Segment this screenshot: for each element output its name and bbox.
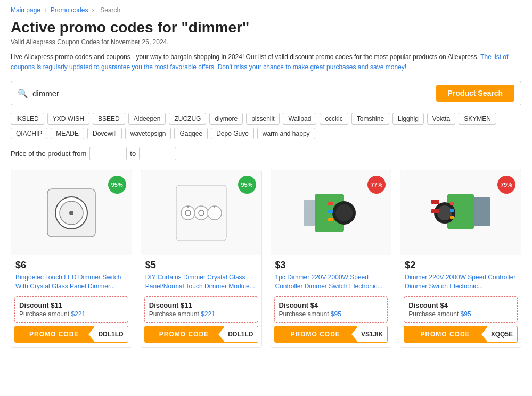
product-title[interactable]: Bingoelec Touch LED Dimmer Switch With C… bbox=[15, 273, 127, 292]
product-image-wrap: 77% bbox=[271, 170, 391, 255]
coupon-box: Discount $4 Purchase amount $95 bbox=[274, 296, 388, 323]
coupon-box: Discount $11 Purchase amount $221 bbox=[14, 296, 128, 323]
product-price: $6 bbox=[15, 260, 127, 271]
tag-item[interactable]: Gaqqee bbox=[174, 128, 208, 139]
tag-item[interactable]: Wallpad bbox=[283, 113, 316, 125]
breadcrumb-promo[interactable]: Promo codes bbox=[51, 6, 88, 14]
promo-button-wrap: PROMO CODE DDL1LD bbox=[144, 326, 258, 343]
promo-code: DDL1LD bbox=[94, 326, 128, 343]
discount-label: Discount $11 bbox=[19, 301, 124, 309]
promo-code: DDL1LD bbox=[224, 326, 258, 343]
price-to-label: to bbox=[130, 150, 136, 158]
product-title[interactable]: Dimmer 220V 2000W Speed Controller Dimme… bbox=[405, 273, 517, 292]
svg-rect-13 bbox=[304, 200, 315, 226]
tag-item[interactable]: BSEED bbox=[93, 113, 125, 125]
promo-button-wrap: PROMO CODE VS1JIK bbox=[274, 326, 388, 343]
promo-button[interactable]: PROMO CODE bbox=[274, 326, 357, 343]
tag-item[interactable]: diymore bbox=[209, 113, 243, 125]
search-input[interactable] bbox=[32, 89, 436, 98]
price-filter-label: Price of the product from bbox=[11, 150, 86, 158]
purchase-label: Purchase amount $95 bbox=[279, 310, 383, 318]
product-title[interactable]: DIY Curtains Dimmer Crystal Glass Panel/… bbox=[145, 273, 257, 292]
product-image-wrap: 95% bbox=[11, 170, 132, 255]
svg-point-15 bbox=[335, 204, 353, 221]
discount-badge: 79% bbox=[497, 176, 515, 194]
discount-badge: 95% bbox=[108, 176, 126, 194]
price-from-input[interactable] bbox=[89, 147, 127, 160]
breadcrumb-home[interactable]: Main page bbox=[11, 6, 40, 14]
product-title[interactable]: 1pc Dimmer 220V 2000W Speed Controller D… bbox=[275, 273, 387, 292]
purchase-label: Purchase amount $221 bbox=[19, 310, 124, 318]
breadcrumb-current: Search bbox=[100, 6, 120, 14]
tag-item[interactable]: ZUCZUG bbox=[169, 113, 206, 125]
product-price: $2 bbox=[405, 260, 517, 271]
product-image-wrap: 95% bbox=[141, 170, 261, 255]
promo-button-wrap: PROMO CODE XQQ5E bbox=[404, 326, 518, 343]
discount-badge: 77% bbox=[367, 176, 386, 194]
svg-rect-18 bbox=[328, 218, 333, 221]
svg-point-22 bbox=[437, 205, 452, 220]
purchase-amount: $221 bbox=[71, 310, 85, 318]
tag-item[interactable]: MEADE bbox=[51, 128, 84, 139]
discount-label: Discount $11 bbox=[149, 301, 253, 309]
promo-button[interactable]: PROMO CODE bbox=[404, 326, 486, 343]
tags-container: IKSLEDYXD WISHBSEEDAideepenZUCZUGdiymore… bbox=[11, 113, 521, 139]
product-info: $6 Bingoelec Touch LED Dimmer Switch Wit… bbox=[11, 255, 132, 296]
tag-item[interactable]: YXD WISH bbox=[47, 113, 89, 125]
svg-rect-25 bbox=[450, 216, 454, 219]
promo-button[interactable]: PROMO CODE bbox=[144, 326, 224, 343]
product-price: $5 bbox=[145, 260, 257, 271]
coupon-box: Discount $11 Purchase amount $221 bbox=[144, 296, 258, 323]
product-info: $5 DIY Curtains Dimmer Crystal Glass Pan… bbox=[141, 255, 261, 296]
purchase-amount: $95 bbox=[461, 310, 471, 318]
svg-point-10 bbox=[208, 206, 222, 220]
tag-item[interactable]: SKYMEN bbox=[459, 113, 496, 125]
tag-item[interactable]: IKSLED bbox=[11, 113, 44, 125]
promo-code: VS1JIK bbox=[357, 326, 388, 343]
svg-rect-17 bbox=[328, 210, 333, 213]
tag-item[interactable]: QIACHIP bbox=[11, 128, 47, 139]
tag-item[interactable]: Dovewill bbox=[87, 128, 122, 139]
tag-item[interactable]: Voktta bbox=[427, 113, 455, 125]
promo-code: XQQ5E bbox=[487, 326, 518, 343]
tag-item[interactable]: wavetopsign bbox=[125, 128, 171, 139]
svg-point-5 bbox=[181, 206, 195, 220]
product-info: $3 1pc Dimmer 220V 2000W Speed Controlle… bbox=[271, 255, 391, 296]
discount-badge: 95% bbox=[238, 176, 256, 194]
svg-rect-24 bbox=[450, 209, 454, 212]
coupon-box: Discount $4 Purchase amount $95 bbox=[404, 296, 518, 323]
tag-item[interactable]: Depo Guye bbox=[211, 128, 254, 139]
tag-item[interactable]: pissenlit bbox=[246, 113, 280, 125]
svg-rect-20 bbox=[474, 197, 490, 226]
price-to-input[interactable] bbox=[139, 147, 176, 160]
tag-item[interactable]: Ligghig bbox=[392, 113, 424, 125]
product-card: 77% $3 1pc Dimmer 220V 2000W Speed Contr… bbox=[271, 170, 392, 348]
product-card: 79% $2 Dimmer 220V 2000W Speed Controlle… bbox=[400, 170, 521, 348]
purchase-label: Purchase amount $221 bbox=[149, 310, 253, 318]
discount-label: Discount $4 bbox=[408, 301, 513, 309]
tag-item[interactable]: warm and happy bbox=[257, 128, 315, 139]
price-filter: Price of the product from to bbox=[11, 147, 521, 160]
tag-item[interactable]: occkic bbox=[320, 113, 348, 125]
product-card: 95% $6 Bingoelec Touch LED Dimmer Switch… bbox=[11, 170, 132, 348]
product-info: $2 Dimmer 220V 2000W Speed Controller Di… bbox=[400, 255, 521, 296]
page-description: Live Aliexpress promo codes and coupons … bbox=[11, 52, 521, 72]
promo-button[interactable]: PROMO CODE bbox=[14, 326, 94, 343]
products-grid: 95% $6 Bingoelec Touch LED Dimmer Switch… bbox=[11, 170, 521, 348]
page-subtitle: Valid Aliexpress Coupon Codes for Novemb… bbox=[11, 38, 521, 46]
tag-item[interactable]: Tomshine bbox=[351, 113, 389, 125]
search-bar: 🔍 Product Search bbox=[11, 81, 521, 105]
product-card: 95% $5 DIY Curtains Dimmer Crystal Glass… bbox=[141, 170, 262, 348]
search-button[interactable]: Product Search bbox=[436, 85, 514, 102]
tag-item[interactable]: Aideepen bbox=[128, 113, 166, 125]
product-image-wrap: 79% bbox=[400, 170, 521, 255]
product-price: $3 bbox=[275, 260, 387, 271]
svg-rect-23 bbox=[450, 202, 454, 205]
purchase-label: Purchase amount $95 bbox=[408, 310, 513, 318]
svg-rect-16 bbox=[328, 202, 333, 205]
discount-label: Discount $4 bbox=[279, 301, 383, 309]
breadcrumb: Main page › Promo codes › Search bbox=[11, 6, 521, 14]
svg-point-3 bbox=[69, 211, 73, 215]
svg-rect-26 bbox=[431, 200, 439, 204]
svg-rect-27 bbox=[431, 209, 439, 213]
